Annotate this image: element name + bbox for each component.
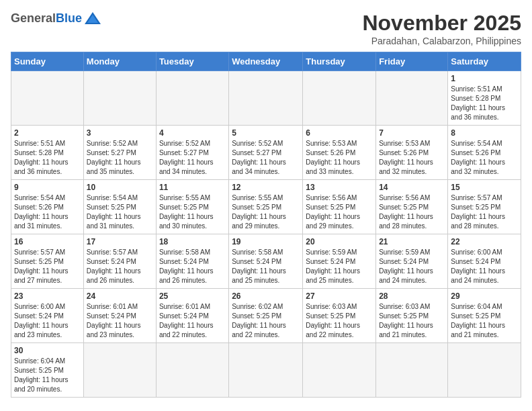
day-info: Sunrise: 5:57 AM Sunset: 5:25 PM Dayligh…: [14, 248, 81, 285]
calendar-day-cell: 20Sunrise: 5:59 AM Sunset: 5:24 PM Dayli…: [303, 234, 376, 289]
day-info: Sunrise: 6:03 AM Sunset: 5:25 PM Dayligh…: [306, 302, 373, 340]
day-info: Sunrise: 5:53 AM Sunset: 5:26 PM Dayligh…: [379, 139, 445, 177]
day-info: Sunrise: 6:02 AM Sunset: 5:25 PM Dayligh…: [232, 302, 300, 340]
calendar-day-cell: 4Sunrise: 5:52 AM Sunset: 5:27 PM Daylig…: [156, 126, 228, 180]
day-of-week-header: Friday: [376, 52, 448, 71]
calendar-day-cell: 3Sunrise: 5:52 AM Sunset: 5:27 PM Daylig…: [83, 126, 156, 180]
calendar-day-cell: 21Sunrise: 5:59 AM Sunset: 5:24 PM Dayli…: [376, 234, 448, 289]
day-info: Sunrise: 5:58 AM Sunset: 5:24 PM Dayligh…: [232, 248, 300, 285]
day-number: 7: [379, 128, 445, 138]
calendar-table: SundayMondayTuesdayWednesdayThursdayFrid…: [11, 52, 521, 398]
day-info: Sunrise: 5:52 AM Sunset: 5:27 PM Dayligh…: [87, 139, 153, 177]
day-number: 24: [87, 291, 153, 301]
calendar-day-cell: 9Sunrise: 5:54 AM Sunset: 5:26 PM Daylig…: [11, 180, 84, 234]
day-number: 13: [306, 183, 373, 192]
day-info: Sunrise: 5:51 AM Sunset: 5:28 PM Dayligh…: [451, 85, 518, 122]
calendar-day-cell: [229, 343, 303, 398]
day-info: Sunrise: 5:56 AM Sunset: 5:25 PM Dayligh…: [379, 193, 445, 231]
day-number: 28: [379, 291, 445, 301]
day-number: 6: [306, 128, 373, 138]
day-number: 23: [14, 291, 81, 301]
calendar-day-cell: 23Sunrise: 6:00 AM Sunset: 5:24 PM Dayli…: [11, 289, 84, 343]
day-info: Sunrise: 6:03 AM Sunset: 5:25 PM Dayligh…: [379, 302, 445, 340]
day-info: Sunrise: 5:56 AM Sunset: 5:25 PM Dayligh…: [306, 193, 373, 231]
calendar-day-cell: 29Sunrise: 6:04 AM Sunset: 5:25 PM Dayli…: [448, 289, 521, 343]
day-info: Sunrise: 5:59 AM Sunset: 5:24 PM Dayligh…: [306, 248, 373, 285]
day-number: 25: [159, 291, 226, 301]
logo-general-text: General: [11, 11, 56, 26]
calendar-day-cell: [376, 71, 448, 126]
day-number: 4: [159, 128, 226, 138]
logo: General Blue: [11, 11, 102, 26]
calendar-day-cell: 16Sunrise: 5:57 AM Sunset: 5:25 PM Dayli…: [11, 234, 84, 289]
day-number: 8: [451, 128, 518, 138]
calendar-day-cell: [11, 71, 84, 126]
day-number: 22: [451, 237, 518, 246]
day-info: Sunrise: 6:04 AM Sunset: 5:25 PM Dayligh…: [14, 357, 81, 394]
calendar-day-cell: 25Sunrise: 6:01 AM Sunset: 5:24 PM Dayli…: [156, 289, 228, 343]
calendar-day-cell: 27Sunrise: 6:03 AM Sunset: 5:25 PM Dayli…: [303, 289, 376, 343]
day-number: 18: [159, 237, 226, 246]
calendar-week-row: 9Sunrise: 5:54 AM Sunset: 5:26 PM Daylig…: [11, 180, 521, 234]
day-of-week-header: Wednesday: [229, 52, 303, 71]
day-info: Sunrise: 5:54 AM Sunset: 5:26 PM Dayligh…: [14, 193, 81, 231]
calendar-day-cell: [303, 343, 376, 398]
day-info: Sunrise: 5:57 AM Sunset: 5:24 PM Dayligh…: [87, 248, 153, 285]
logo-blue-text: Blue: [56, 11, 82, 26]
calendar-day-cell: 10Sunrise: 5:54 AM Sunset: 5:25 PM Dayli…: [83, 180, 156, 234]
calendar-week-row: 16Sunrise: 5:57 AM Sunset: 5:25 PM Dayli…: [11, 234, 521, 289]
day-info: Sunrise: 5:58 AM Sunset: 5:24 PM Dayligh…: [159, 248, 226, 285]
calendar-week-row: 2Sunrise: 5:51 AM Sunset: 5:28 PM Daylig…: [11, 126, 521, 180]
day-info: Sunrise: 6:01 AM Sunset: 5:24 PM Dayligh…: [87, 302, 153, 340]
day-info: Sunrise: 5:59 AM Sunset: 5:24 PM Dayligh…: [379, 248, 445, 285]
day-number: 20: [306, 237, 373, 246]
day-number: 21: [379, 237, 445, 246]
day-number: 15: [451, 183, 518, 192]
day-of-week-header: Saturday: [448, 52, 521, 71]
day-of-week-header: Thursday: [303, 52, 376, 71]
day-number: 12: [232, 183, 300, 192]
calendar-day-cell: [156, 71, 228, 126]
calendar-day-cell: [156, 343, 228, 398]
calendar-day-cell: 30Sunrise: 6:04 AM Sunset: 5:25 PM Dayli…: [11, 343, 84, 398]
day-info: Sunrise: 5:52 AM Sunset: 5:27 PM Dayligh…: [232, 139, 300, 177]
calendar-week-row: 1Sunrise: 5:51 AM Sunset: 5:28 PM Daylig…: [11, 71, 521, 126]
calendar-day-cell: 6Sunrise: 5:53 AM Sunset: 5:26 PM Daylig…: [303, 126, 376, 180]
day-number: 26: [232, 291, 300, 301]
calendar-day-cell: 24Sunrise: 6:01 AM Sunset: 5:24 PM Dayli…: [83, 289, 156, 343]
logo-icon: [83, 11, 102, 26]
day-info: Sunrise: 5:55 AM Sunset: 5:25 PM Dayligh…: [232, 193, 300, 231]
calendar-day-cell: 1Sunrise: 5:51 AM Sunset: 5:28 PM Daylig…: [448, 71, 521, 126]
calendar-day-cell: 22Sunrise: 6:00 AM Sunset: 5:24 PM Dayli…: [448, 234, 521, 289]
day-number: 2: [14, 128, 81, 138]
calendar-day-cell: 15Sunrise: 5:57 AM Sunset: 5:25 PM Dayli…: [448, 180, 521, 234]
calendar-week-row: 30Sunrise: 6:04 AM Sunset: 5:25 PM Dayli…: [11, 343, 521, 398]
day-number: 16: [14, 237, 81, 246]
day-info: Sunrise: 6:00 AM Sunset: 5:24 PM Dayligh…: [451, 248, 518, 285]
day-info: Sunrise: 5:52 AM Sunset: 5:27 PM Dayligh…: [159, 139, 226, 177]
day-info: Sunrise: 6:00 AM Sunset: 5:24 PM Dayligh…: [14, 302, 81, 340]
day-of-week-header: Tuesday: [156, 52, 228, 71]
day-number: 10: [87, 183, 153, 192]
page-header: General Blue November 2025 Paradahan, Ca…: [11, 11, 521, 46]
day-number: 1: [451, 74, 518, 83]
calendar-header-row: SundayMondayTuesdayWednesdayThursdayFrid…: [11, 52, 521, 71]
calendar-day-cell: 19Sunrise: 5:58 AM Sunset: 5:24 PM Dayli…: [229, 234, 303, 289]
month-title: November 2025: [362, 11, 521, 36]
calendar-day-cell: [303, 71, 376, 126]
calendar-week-row: 23Sunrise: 6:00 AM Sunset: 5:24 PM Dayli…: [11, 289, 521, 343]
day-info: Sunrise: 5:54 AM Sunset: 5:25 PM Dayligh…: [87, 193, 153, 231]
calendar-day-cell: 2Sunrise: 5:51 AM Sunset: 5:28 PM Daylig…: [11, 126, 84, 180]
location-title: Paradahan, Calabarzon, Philippines: [362, 36, 521, 46]
calendar-day-cell: 11Sunrise: 5:55 AM Sunset: 5:25 PM Dayli…: [156, 180, 228, 234]
day-number: 17: [87, 237, 153, 246]
day-info: Sunrise: 5:54 AM Sunset: 5:26 PM Dayligh…: [451, 139, 518, 177]
title-block: November 2025 Paradahan, Calabarzon, Phi…: [362, 11, 521, 46]
calendar-day-cell: 5Sunrise: 5:52 AM Sunset: 5:27 PM Daylig…: [229, 126, 303, 180]
calendar-day-cell: 7Sunrise: 5:53 AM Sunset: 5:26 PM Daylig…: [376, 126, 448, 180]
day-of-week-header: Monday: [83, 52, 156, 71]
day-number: 3: [87, 128, 153, 138]
day-number: 30: [14, 346, 81, 355]
calendar-day-cell: [229, 71, 303, 126]
calendar-day-cell: 8Sunrise: 5:54 AM Sunset: 5:26 PM Daylig…: [448, 126, 521, 180]
